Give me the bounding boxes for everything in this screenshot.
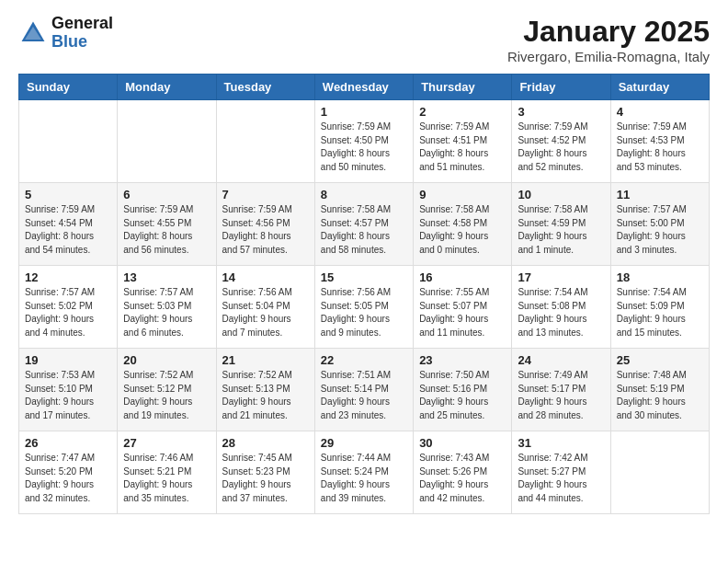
weekday-header-thursday: Thursday — [414, 75, 512, 100]
day-number: 22 — [321, 353, 407, 367]
day-cell: 30Sunrise: 7:43 AM Sunset: 5:26 PM Dayli… — [414, 431, 512, 514]
day-number: 15 — [321, 270, 407, 284]
day-number: 1 — [321, 105, 407, 119]
day-info: Sunrise: 7:49 AM Sunset: 5:17 PM Dayligh… — [518, 369, 604, 422]
logo: General Blue — [18, 15, 113, 52]
day-info: Sunrise: 7:55 AM Sunset: 5:07 PM Dayligh… — [419, 286, 506, 339]
day-info: Sunrise: 7:47 AM Sunset: 5:20 PM Dayligh… — [25, 452, 111, 505]
day-number: 18 — [617, 270, 703, 284]
day-cell: 19Sunrise: 7:53 AM Sunset: 5:10 PM Dayli… — [19, 349, 118, 431]
day-info: Sunrise: 7:52 AM Sunset: 5:13 PM Dayligh… — [222, 369, 309, 422]
day-cell: 28Sunrise: 7:45 AM Sunset: 5:23 PM Dayli… — [216, 431, 314, 514]
day-cell: 31Sunrise: 7:42 AM Sunset: 5:27 PM Dayli… — [512, 431, 610, 514]
day-cell: 27Sunrise: 7:46 AM Sunset: 5:21 PM Dayli… — [118, 431, 216, 514]
title-block: January 2025 Rivergaro, Emilia-Romagna, … — [507, 15, 710, 64]
day-number: 14 — [222, 270, 309, 284]
day-cell: 10Sunrise: 7:58 AM Sunset: 4:59 PM Dayli… — [512, 183, 610, 266]
day-info: Sunrise: 7:59 AM Sunset: 4:52 PM Dayligh… — [518, 121, 604, 174]
day-number: 3 — [518, 105, 604, 119]
day-info: Sunrise: 7:53 AM Sunset: 5:10 PM Dayligh… — [25, 369, 111, 422]
week-row-5: 26Sunrise: 7:47 AM Sunset: 5:20 PM Dayli… — [19, 431, 710, 514]
day-info: Sunrise: 7:59 AM Sunset: 4:50 PM Dayligh… — [321, 121, 407, 174]
logo-blue-text: Blue — [51, 33, 113, 52]
day-info: Sunrise: 7:54 AM Sunset: 5:08 PM Dayligh… — [518, 286, 604, 339]
day-cell: 3Sunrise: 7:59 AM Sunset: 4:52 PM Daylig… — [512, 100, 610, 183]
day-cell: 9Sunrise: 7:58 AM Sunset: 4:58 PM Daylig… — [414, 183, 512, 266]
day-number: 19 — [25, 353, 111, 367]
day-cell: 18Sunrise: 7:54 AM Sunset: 5:09 PM Dayli… — [610, 266, 709, 349]
day-number: 10 — [518, 188, 604, 201]
day-cell: 21Sunrise: 7:52 AM Sunset: 5:13 PM Dayli… — [216, 349, 314, 431]
day-cell: 29Sunrise: 7:44 AM Sunset: 5:24 PM Dayli… — [314, 431, 413, 514]
day-info: Sunrise: 7:59 AM Sunset: 4:55 PM Dayligh… — [123, 203, 210, 257]
day-cell: 17Sunrise: 7:54 AM Sunset: 5:08 PM Dayli… — [512, 266, 610, 349]
day-number: 25 — [617, 353, 703, 367]
day-number: 12 — [25, 270, 111, 284]
day-number: 30 — [419, 436, 506, 450]
day-info: Sunrise: 7:50 AM Sunset: 5:16 PM Dayligh… — [419, 369, 506, 422]
day-number: 20 — [123, 353, 210, 367]
day-cell — [118, 100, 216, 183]
day-cell: 20Sunrise: 7:52 AM Sunset: 5:12 PM Dayli… — [118, 349, 216, 431]
day-number: 17 — [518, 270, 604, 284]
day-cell: 23Sunrise: 7:50 AM Sunset: 5:16 PM Dayli… — [414, 349, 512, 431]
day-number: 27 — [123, 436, 210, 450]
weekday-header-saturday: Saturday — [610, 75, 709, 100]
day-info: Sunrise: 7:57 AM Sunset: 5:02 PM Dayligh… — [25, 286, 111, 339]
day-number: 24 — [518, 353, 604, 367]
day-info: Sunrise: 7:58 AM Sunset: 4:57 PM Dayligh… — [321, 203, 407, 257]
day-number: 8 — [321, 188, 407, 201]
day-number: 9 — [419, 188, 506, 201]
day-number: 13 — [123, 270, 210, 284]
day-cell: 26Sunrise: 7:47 AM Sunset: 5:20 PM Dayli… — [19, 431, 118, 514]
day-info: Sunrise: 7:59 AM Sunset: 4:56 PM Dayligh… — [222, 203, 309, 257]
day-info: Sunrise: 7:59 AM Sunset: 4:54 PM Dayligh… — [25, 203, 111, 257]
day-cell: 5Sunrise: 7:59 AM Sunset: 4:54 PM Daylig… — [19, 183, 118, 266]
day-info: Sunrise: 7:56 AM Sunset: 5:04 PM Dayligh… — [222, 286, 309, 339]
day-number: 2 — [419, 105, 506, 119]
day-info: Sunrise: 7:56 AM Sunset: 5:05 PM Dayligh… — [321, 286, 407, 339]
day-info: Sunrise: 7:46 AM Sunset: 5:21 PM Dayligh… — [123, 452, 210, 505]
day-info: Sunrise: 7:45 AM Sunset: 5:23 PM Dayligh… — [222, 452, 309, 505]
day-cell: 22Sunrise: 7:51 AM Sunset: 5:14 PM Dayli… — [314, 349, 413, 431]
day-info: Sunrise: 7:59 AM Sunset: 4:51 PM Dayligh… — [419, 121, 506, 174]
day-cell: 6Sunrise: 7:59 AM Sunset: 4:55 PM Daylig… — [118, 183, 216, 266]
day-info: Sunrise: 7:42 AM Sunset: 5:27 PM Dayligh… — [518, 452, 604, 505]
day-info: Sunrise: 7:58 AM Sunset: 4:58 PM Dayligh… — [419, 203, 506, 257]
day-info: Sunrise: 7:54 AM Sunset: 5:09 PM Dayligh… — [617, 286, 703, 339]
day-info: Sunrise: 7:57 AM Sunset: 5:03 PM Dayligh… — [123, 286, 210, 339]
week-row-4: 19Sunrise: 7:53 AM Sunset: 5:10 PM Dayli… — [19, 349, 710, 431]
day-cell — [216, 100, 314, 183]
day-cell — [19, 100, 118, 183]
day-cell: 1Sunrise: 7:59 AM Sunset: 4:50 PM Daylig… — [314, 100, 413, 183]
day-number: 11 — [617, 188, 703, 201]
day-number: 26 — [25, 436, 111, 450]
day-cell: 8Sunrise: 7:58 AM Sunset: 4:57 PM Daylig… — [314, 183, 413, 266]
month-title: January 2025 — [507, 15, 710, 49]
weekday-header-tuesday: Tuesday — [216, 75, 314, 100]
day-cell: 16Sunrise: 7:55 AM Sunset: 5:07 PM Dayli… — [414, 266, 512, 349]
weekday-header-wednesday: Wednesday — [314, 75, 413, 100]
logo-general-text: General — [51, 15, 113, 33]
day-number: 7 — [222, 188, 309, 201]
location: Rivergaro, Emilia-Romagna, Italy — [507, 49, 710, 64]
day-info: Sunrise: 7:43 AM Sunset: 5:26 PM Dayligh… — [419, 452, 506, 505]
day-cell: 14Sunrise: 7:56 AM Sunset: 5:04 PM Dayli… — [216, 266, 314, 349]
day-info: Sunrise: 7:48 AM Sunset: 5:19 PM Dayligh… — [617, 369, 703, 422]
day-info: Sunrise: 7:57 AM Sunset: 5:00 PM Dayligh… — [617, 203, 703, 257]
day-number: 23 — [419, 353, 506, 367]
week-row-1: 1Sunrise: 7:59 AM Sunset: 4:50 PM Daylig… — [19, 100, 710, 183]
day-cell: 12Sunrise: 7:57 AM Sunset: 5:02 PM Dayli… — [19, 266, 118, 349]
calendar: SundayMondayTuesdayWednesdayThursdayFrid… — [18, 74, 710, 514]
day-cell: 25Sunrise: 7:48 AM Sunset: 5:19 PM Dayli… — [610, 349, 709, 431]
day-number: 21 — [222, 353, 309, 367]
weekday-header-monday: Monday — [118, 75, 216, 100]
day-info: Sunrise: 7:51 AM Sunset: 5:14 PM Dayligh… — [321, 369, 407, 422]
day-info: Sunrise: 7:59 AM Sunset: 4:53 PM Dayligh… — [617, 121, 703, 174]
page-container: General Blue January 2025 Rivergaro, Emi… — [0, 0, 728, 529]
day-cell: 2Sunrise: 7:59 AM Sunset: 4:51 PM Daylig… — [414, 100, 512, 183]
day-cell: 15Sunrise: 7:56 AM Sunset: 5:05 PM Dayli… — [314, 266, 413, 349]
day-cell: 11Sunrise: 7:57 AM Sunset: 5:00 PM Dayli… — [610, 183, 709, 266]
day-cell: 13Sunrise: 7:57 AM Sunset: 5:03 PM Dayli… — [118, 266, 216, 349]
day-cell: 24Sunrise: 7:49 AM Sunset: 5:17 PM Dayli… — [512, 349, 610, 431]
